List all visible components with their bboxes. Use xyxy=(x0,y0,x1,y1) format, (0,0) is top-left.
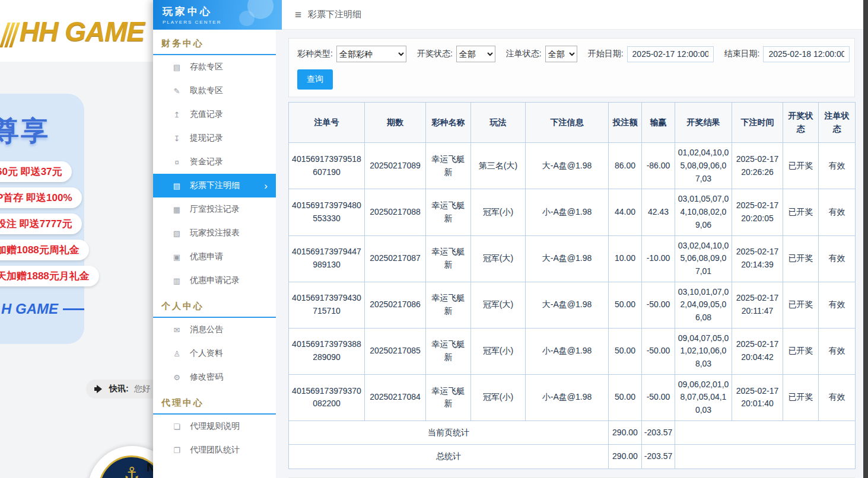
promo-footer-logo-text: H GAME xyxy=(1,301,58,317)
filter-end-date: 结束日期: xyxy=(724,46,850,62)
cell-draw-status: 已开奖 xyxy=(783,189,819,235)
sidebar-item-label: 厅室投注记录 xyxy=(190,204,240,215)
cell-lottery: 幸运飞艇新 xyxy=(426,374,471,420)
cell-result: 03,02,04,10,05,06,08,09,07,01 xyxy=(675,235,732,282)
cell-winloss: -86.00 xyxy=(642,143,675,189)
promo-pill: 投注 即送7777元 xyxy=(0,213,82,234)
sidebar: 玩家中心 PLAYERS CENTER 财务中心 ▤ 存款专区 ✎ 取款专区 ↥… xyxy=(153,0,276,478)
hamburger-menu-icon[interactable]: ≡ xyxy=(295,8,301,21)
cell-info: 大-A盘@1.98 xyxy=(526,143,609,189)
withdraw-icon: ✎ xyxy=(172,87,182,95)
cell-lottery: 幸运飞艇新 xyxy=(426,143,471,189)
cell-winloss: -50.00 xyxy=(642,374,675,420)
cell-order-status: 有效 xyxy=(819,235,856,282)
sidebar-item-hall-bet-records[interactable]: ▦ 厅室投注记录 xyxy=(153,197,276,221)
table-row: 401569173979480553330 20250217088 幸运飞艇新 … xyxy=(289,189,856,235)
sidebar-item-agent-rules[interactable]: ❏ 代理规则说明 xyxy=(153,415,276,438)
sidebar-item-fund-records[interactable]: ¤ 资金记录 xyxy=(153,150,276,174)
sidebar-item-promo-apply[interactable]: ▣ 优惠申请 xyxy=(153,245,276,269)
cell-period: 20250217086 xyxy=(365,282,426,328)
section-title-finance: 财务中心 xyxy=(153,30,276,55)
cell-winloss: -50.00 xyxy=(642,328,675,374)
col-header-order: 注单号 xyxy=(289,103,365,143)
promo-footer-line xyxy=(63,308,84,310)
cell-time: 2025-02-17 20:26:26 xyxy=(732,143,783,189)
site-logo: HH GAME xyxy=(4,15,144,47)
total-summary-winloss: -203.57 xyxy=(642,445,675,469)
ticker-text: 您好 xyxy=(134,384,151,394)
sidebar-body: 财务中心 ▤ 存款专区 ✎ 取款专区 ↥ 充值记录 ↧ 提现记录 xyxy=(153,0,276,462)
withdrawal-record-icon: ↧ xyxy=(172,134,182,143)
sidebar-item-withdrawal-records[interactable]: ↧ 提现记录 xyxy=(153,126,276,150)
cell-play: 冠军(小) xyxy=(471,374,526,420)
table-header-row: 注单号 期数 彩种名称 玩法 下注信息 投注额 输赢 开奖结果 下注时间 开奖状… xyxy=(289,103,856,143)
hall-bet-icon: ▦ xyxy=(172,205,182,214)
promo-pill: 加赠1088元周礼金 xyxy=(0,240,89,260)
cell-play: 冠军(小) xyxy=(471,189,526,235)
page-summary-amount: 290.00 xyxy=(609,420,642,445)
bell-icon: ✉ xyxy=(172,326,182,334)
col-header-lottery: 彩种名称 xyxy=(426,103,471,143)
promo-footer-logo: H GAME xyxy=(1,301,84,317)
sidebar-item-lottery-bet-details[interactable]: ▤ 彩票下注明细 › xyxy=(153,174,276,197)
sidebar-item-deposit[interactable]: ▤ 存款专区 xyxy=(153,55,276,79)
total-summary-empty xyxy=(675,445,856,469)
sidebar-item-label: 消息公告 xyxy=(190,324,223,335)
col-header-order-status: 注单状态 xyxy=(819,103,856,143)
lottery-detail-icon: ▤ xyxy=(172,181,182,190)
promo-pill: 60元 即送37元 xyxy=(0,161,72,182)
doc-icon: ❏ xyxy=(172,422,182,431)
cell-order-status: 有效 xyxy=(819,328,856,374)
filter-label: 彩种类型: xyxy=(297,49,333,59)
cell-info: 大-A盘@1.98 xyxy=(526,282,609,328)
cell-winloss: -50.00 xyxy=(642,282,675,328)
cell-order: 401569173979447989130 xyxy=(289,235,365,282)
filter-label: 开奖状态: xyxy=(417,49,453,59)
lottery-type-select[interactable]: 全部彩种 xyxy=(336,46,406,62)
col-header-time: 下注时间 xyxy=(732,103,783,143)
col-header-amount: 投注额 xyxy=(609,103,642,143)
col-header-period: 期数 xyxy=(365,103,426,143)
start-date-input[interactable] xyxy=(627,46,714,62)
promo-record-icon: ▥ xyxy=(172,276,182,285)
ticker-label: 快讯: xyxy=(109,384,129,394)
sidebar-header: 玩家中心 PLAYERS CENTER xyxy=(153,0,282,30)
order-status-select[interactable]: 全部 xyxy=(545,46,577,62)
sidebar-item-recharge-records[interactable]: ↥ 充值记录 xyxy=(153,103,276,126)
sidebar-item-label: 彩票下注明细 xyxy=(190,180,240,191)
draw-status-select[interactable]: 全部 xyxy=(456,46,495,62)
logo-stripes-icon xyxy=(4,23,16,47)
cell-amount: 86.00 xyxy=(609,143,642,189)
query-button[interactable]: 查询 xyxy=(297,69,333,90)
cell-result: 03,01,05,07,04,10,08,02,09,06 xyxy=(675,189,732,235)
cell-draw-status: 已开奖 xyxy=(783,374,819,420)
sidebar-item-agent-team-stats[interactable]: ❐ 代理团队统计 xyxy=(153,438,276,462)
cell-lottery: 幸运飞艇新 xyxy=(426,328,471,374)
user-icon: ♙ xyxy=(172,349,182,358)
main-content: 彩种类型: 全部彩种 开奖状态: 全部 注单状态: xyxy=(276,30,863,478)
promo-pill-list: 60元 即送37元 P首存 即送100% 投注 即送7777元 加赠1088元周… xyxy=(0,161,84,286)
section-title-personal: 个人中心 xyxy=(153,292,276,318)
cell-order: 401569173979388289090 xyxy=(289,328,365,374)
sidebar-item-announcements[interactable]: ✉ 消息公告 xyxy=(153,318,276,342)
cell-play: 第三名(大) xyxy=(471,143,526,189)
cell-info: 小-A盘@1.98 xyxy=(526,189,609,235)
sidebar-item-label: 提现记录 xyxy=(190,133,223,144)
end-date-input[interactable] xyxy=(763,46,850,62)
sidebar-item-label: 个人资料 xyxy=(190,348,223,359)
cell-order: 401569173979518607190 xyxy=(289,143,365,189)
cell-amount: 44.00 xyxy=(609,189,642,235)
sidebar-item-promo-apply-records[interactable]: ▥ 优惠申请记录 xyxy=(153,269,276,292)
cell-amount: 50.00 xyxy=(609,282,642,328)
cell-lottery: 幸运飞艇新 xyxy=(426,189,471,235)
promo-banner: 尊享 60元 即送37元 P首存 即送100% 投注 即送7777元 加赠108… xyxy=(0,94,84,344)
sidebar-item-player-bet-report[interactable]: ▧ 玩家投注报表 xyxy=(153,221,276,245)
sidebar-item-profile[interactable]: ♙ 个人资料 xyxy=(153,342,276,365)
page-summary-empty xyxy=(675,420,856,445)
sidebar-item-withdraw[interactable]: ✎ 取款专区 xyxy=(153,79,276,103)
sidebar-item-label: 取款专区 xyxy=(190,85,223,96)
table-row: 401569173979430715710 20250217086 幸运飞艇新 … xyxy=(289,282,856,328)
section-title-agent: 代理中心 xyxy=(153,389,276,415)
sidebar-item-change-password[interactable]: ⚙ 修改密码 xyxy=(153,365,276,389)
cell-draw-status: 已开奖 xyxy=(783,235,819,282)
